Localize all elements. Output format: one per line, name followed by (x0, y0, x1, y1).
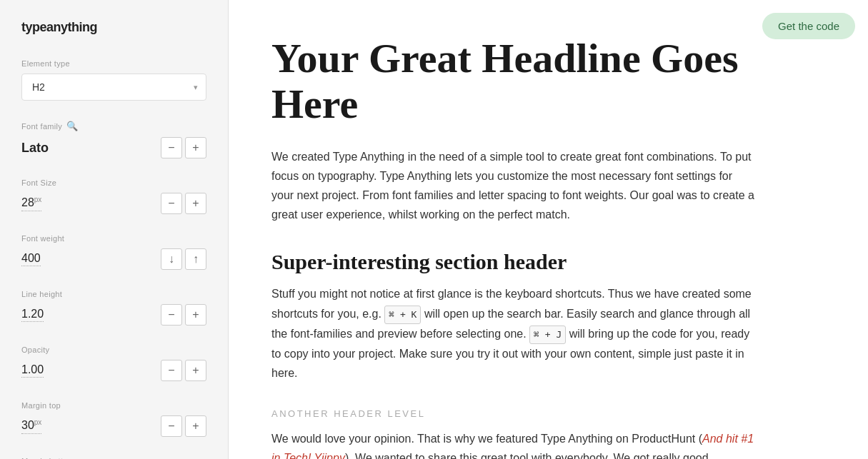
font-weight-decrease-button[interactable]: ↓ (161, 248, 182, 270)
main-headline: Your Great Headline Goes Here (271, 36, 825, 127)
main-body-paragraph-2: Stuff you might not notice at first glan… (271, 284, 757, 383)
element-type-label: Element type (21, 59, 206, 68)
font-size-value: 28px (21, 196, 41, 211)
font-family-label: Font family 🔍 (21, 121, 206, 131)
font-family-prev-button[interactable]: − (161, 137, 182, 158)
font-family-next-button[interactable]: + (185, 137, 206, 158)
main-section-header: Super-interesting section header (271, 250, 825, 274)
margin-top-section: Margin top 30px − + (0, 391, 228, 447)
font-size-label: Font Size (21, 178, 206, 187)
margin-top-increase-button[interactable]: + (185, 415, 206, 437)
line-height-increase-button[interactable]: + (185, 304, 206, 326)
font-weight-value: 400 (21, 252, 41, 266)
margin-top-label: Margin top (21, 401, 206, 410)
margin-top-value: 30px (21, 418, 41, 433)
main-body-paragraph-1: We created Type Anything in the need of … (271, 147, 757, 225)
opacity-decrease-button[interactable]: − (161, 360, 182, 381)
font-size-increase-button[interactable]: + (185, 193, 206, 214)
app-logo: typeanything (0, 0, 228, 49)
margin-top-control: 30px − + (21, 415, 206, 437)
opacity-value: 1.00 (21, 363, 44, 378)
get-code-button[interactable]: Get the code (762, 13, 855, 39)
line-height-section: Line height 1.20 − + (0, 280, 228, 336)
line-height-control: 1.20 − + (21, 304, 206, 326)
opacity-section: Opacity 1.00 − + (0, 336, 228, 391)
line-height-value: 1.20 (21, 308, 44, 322)
main-content: Get the code Your Great Headline Goes He… (229, 0, 868, 459)
font-family-buttons: − + (161, 137, 206, 158)
font-size-section: Font Size 28px − + (0, 168, 228, 224)
font-family-control: Lato − + (21, 137, 206, 158)
font-family-value: Lato (21, 141, 49, 156)
element-type-section: Element type H1 H2 H3 H4 Body Caption ▾ (0, 49, 228, 111)
font-size-control: 28px − + (21, 193, 206, 214)
opacity-control: 1.00 − + (21, 360, 206, 381)
font-family-section: Font family 🔍 Lato − + (0, 111, 228, 168)
font-size-buttons: − + (161, 193, 206, 214)
sidebar: typeanything Element type H1 H2 H3 H4 Bo… (0, 0, 229, 459)
margin-top-decrease-button[interactable]: − (161, 415, 182, 437)
main-another-header: ANOTHER HEADER LEVEL (271, 408, 825, 419)
line-height-decrease-button[interactable]: − (161, 304, 182, 326)
line-height-buttons: − + (161, 304, 206, 326)
main-body-paragraph-3: We would love your opinion. That is why … (271, 429, 757, 459)
font-weight-control: 400 ↓ ↑ (21, 248, 206, 270)
keyboard-shortcut-1: ⌘ + K (384, 306, 421, 324)
element-type-select-wrapper: H1 H2 H3 H4 Body Caption ▾ (21, 74, 206, 101)
element-type-select[interactable]: H1 H2 H3 H4 Body Caption (21, 74, 206, 101)
opacity-increase-button[interactable]: + (185, 360, 206, 381)
font-weight-label: Font weight (21, 234, 206, 243)
font-weight-increase-button[interactable]: ↑ (185, 248, 206, 270)
search-icon[interactable]: 🔍 (66, 121, 78, 131)
keyboard-shortcut-2: ⌘ + J (529, 326, 566, 344)
font-size-decrease-button[interactable]: − (161, 193, 182, 214)
opacity-label: Opacity (21, 345, 206, 354)
font-weight-buttons: ↓ ↑ (161, 248, 206, 270)
margin-top-buttons: − + (161, 415, 206, 437)
opacity-buttons: − + (161, 360, 206, 381)
font-weight-section: Font weight 400 ↓ ↑ (0, 224, 228, 280)
line-height-label: Line height (21, 290, 206, 298)
margin-bottom-section: Margin bottom (0, 447, 228, 459)
